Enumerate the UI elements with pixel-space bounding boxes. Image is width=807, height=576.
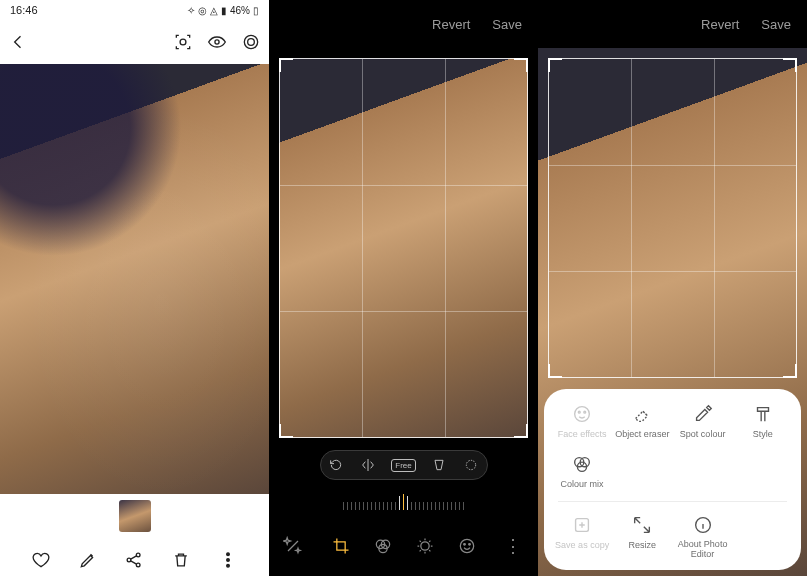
save-button[interactable]: Save [492,17,522,32]
aspect-ratio-button[interactable]: Free [391,459,415,472]
resize-icon [631,514,653,536]
svg-point-20 [584,411,586,413]
svg-point-4 [128,558,132,562]
share-icon[interactable] [124,550,144,570]
svg-point-8 [226,559,229,562]
crop-mode-icon[interactable] [331,536,351,556]
sheet-item-face-effects: Face effects [552,403,612,439]
editor-transform-panel: Revert Save Free ⋮ [269,0,538,576]
sheet-divider [558,501,787,502]
sheet-label: Object eraser [615,429,669,439]
editor-top-actions: Revert Save [269,0,538,48]
svg-point-0 [180,39,186,45]
location-icon: ◎ [198,5,207,16]
save-button[interactable]: Save [761,17,791,32]
rotate-icon[interactable] [328,457,344,473]
colormix-icon [571,453,593,475]
trash-icon[interactable] [171,550,191,570]
filters-mode-icon[interactable] [373,536,393,556]
adjust-mode-icon[interactable] [415,536,435,556]
svg-point-1 [215,40,219,44]
back-icon[interactable] [8,32,28,52]
face-icon [571,403,593,425]
sheet-label: Save as copy [555,540,609,550]
more-options-sheet: Face effects Object eraser Spot colour S… [544,389,801,570]
revert-button[interactable]: Revert [432,17,470,32]
eraser-icon [631,403,653,425]
svg-point-3 [244,35,257,48]
crop-canvas[interactable] [269,58,538,438]
svg-point-17 [468,544,470,546]
gallery-bottom-bar [0,538,269,576]
svg-point-15 [460,539,473,552]
sheet-label: Style [753,429,773,439]
sheet-label: Colour mix [561,479,604,489]
sheet-item-spot-colour[interactable]: Spot colour [673,403,733,439]
status-bar: 16:46 ✧ ◎ ◬ ▮ 46% ▯ [0,0,269,20]
gallery-view-panel: 16:46 ✧ ◎ ◬ ▮ 46% ▯ [0,0,269,576]
sheet-item-about[interactable]: About Photo Editor [673,514,733,560]
auto-enhance-icon[interactable] [283,536,303,556]
sheet-item-object-eraser[interactable]: Object eraser [612,403,672,439]
photo-viewport[interactable] [0,64,269,494]
wifi-icon: ◬ [210,5,218,16]
save-copy-icon [571,514,593,536]
svg-point-7 [226,553,229,556]
info-icon [692,514,714,536]
smart-view-icon[interactable] [241,32,261,52]
svg-point-16 [463,544,465,546]
editor-mode-bar: ⋮ [269,526,538,566]
svg-point-9 [226,565,229,568]
sheet-label: About Photo Editor [673,540,733,560]
battery-text: 46% [230,5,250,16]
editor-more-icon[interactable]: ⋮ [504,535,524,557]
sheet-item-style[interactable]: Style [733,403,793,439]
transform-tool-pill: Free [320,450,488,480]
flip-icon[interactable] [360,457,376,473]
sticker-mode-icon[interactable] [457,536,477,556]
svg-point-18 [575,407,590,422]
signal-icon: ▮ [221,5,227,16]
svg-point-6 [137,563,141,567]
edit-icon[interactable] [78,550,98,570]
editor-more-sheet-panel: Revert Save Face effects Object eraser S… [538,0,807,576]
favorite-icon[interactable] [31,550,51,570]
more-icon[interactable] [218,550,238,570]
vibrate-icon: ✧ [187,5,195,16]
sheet-label: Face effects [558,429,607,439]
sheet-item-resize[interactable]: Resize [612,514,672,560]
dropper-icon [692,403,714,425]
gallery-app-bar [0,20,269,64]
rotation-ruler[interactable] [304,488,504,510]
bixby-vision-icon[interactable] [173,32,193,52]
revert-button[interactable]: Revert [701,17,739,32]
battery-icon: ▯ [253,5,259,16]
perspective-icon[interactable] [431,457,447,473]
svg-point-14 [420,542,428,550]
status-icons: ✧ ◎ ◬ ▮ 46% ▯ [187,5,259,16]
status-time: 16:46 [10,4,38,16]
thumbnail[interactable] [119,500,151,532]
sheet-item-colour-mix[interactable]: Colour mix [552,453,612,489]
sheet-label: Spot colour [680,429,726,439]
style-icon [752,403,774,425]
editor-top-actions: Revert Save [538,0,807,48]
svg-point-10 [466,460,475,469]
svg-point-19 [578,411,580,413]
sheet-label: Resize [629,540,657,550]
sheet-item-save-as-copy: Save as copy [552,514,612,560]
svg-point-5 [137,553,141,557]
eye-icon[interactable] [207,32,227,52]
svg-point-2 [248,39,255,46]
thumbnail-strip[interactable] [0,494,269,538]
lasso-icon[interactable] [463,457,479,473]
